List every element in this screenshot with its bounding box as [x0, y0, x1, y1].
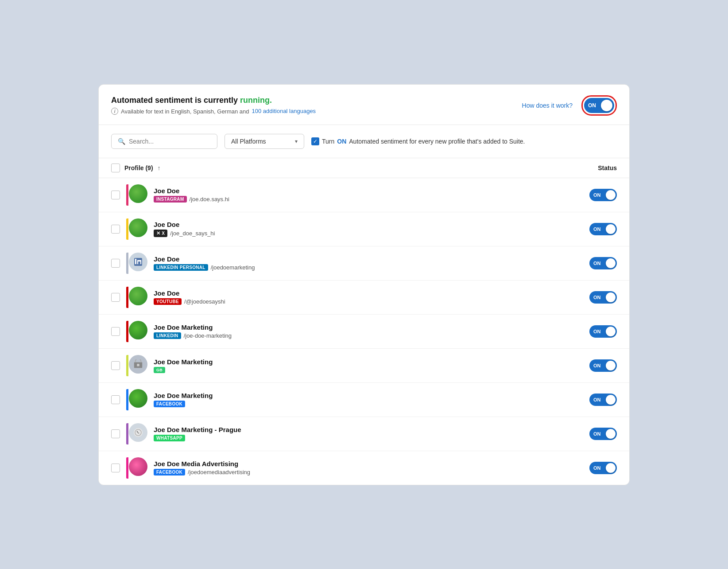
profile-list: Joe Doe INSTAGRAM /joe.doe.says.hi ON Jo…	[99, 178, 629, 485]
search-icon: 🔍	[118, 138, 125, 145]
platform-stripe	[126, 184, 128, 206]
row-toggle-knob	[606, 395, 616, 405]
profile-meta: GB	[154, 367, 583, 373]
row-toggle-label: ON	[593, 261, 601, 266]
main-toggle[interactable]: ON	[584, 98, 614, 113]
platform-badge: LINKEDIN	[154, 332, 181, 339]
platform-badge: ✕ X	[154, 230, 167, 237]
select-all-checkbox[interactable]	[111, 164, 120, 172]
profile-name: Joe Doe Marketing - Prague	[154, 426, 583, 433]
profile-name: Joe Doe Media Advertising	[154, 460, 583, 468]
row-toggle[interactable]: ON	[589, 189, 617, 201]
row-checkbox[interactable]	[111, 225, 120, 234]
auto-sentiment-prefix: Turn	[322, 138, 334, 145]
platform-stripe	[126, 321, 128, 342]
platform-stripe	[126, 287, 128, 308]
profile-handle: /joedoemediaadvertising	[188, 469, 250, 475]
profile-name: Joe Doe Marketing	[154, 392, 583, 399]
row-checkbox[interactable]	[111, 429, 120, 438]
toolbar: 🔍 All Platforms ▾ ✓ Turn ON Automated se…	[99, 125, 629, 158]
svg-rect-4	[140, 260, 141, 264]
row-toggle-label: ON	[593, 465, 601, 471]
profile-name: Joe Doe Marketing	[154, 358, 583, 366]
avatar	[129, 184, 147, 203]
row-toggle[interactable]: ON	[589, 462, 617, 474]
row-checkbox[interactable]	[111, 464, 120, 472]
svg-rect-5	[137, 261, 138, 264]
avatar	[129, 321, 147, 339]
auto-sentiment-suffix: Automated sentiment for every new profil…	[349, 138, 525, 145]
svg-rect-1	[135, 260, 136, 264]
profile-name: Joe Doe	[154, 289, 583, 297]
platform-badge: LINKEDIN PERSONAL	[154, 264, 208, 271]
platform-stripe	[126, 457, 128, 479]
platform-badge: WHATSAPP	[154, 435, 185, 441]
sort-arrow-icon[interactable]: ↑	[158, 164, 161, 171]
row-checkbox[interactable]	[111, 293, 120, 302]
auto-sentiment-row: ✓ Turn ON Automated sentiment for every …	[311, 137, 525, 145]
main-toggle-highlighted: ON	[581, 95, 617, 116]
auto-sentiment-checkbox[interactable]: ✓	[311, 137, 319, 145]
header-left: Automated sentiment is currently running…	[111, 96, 316, 115]
profile-name: Joe Doe	[154, 187, 583, 195]
avatar-wrapper	[126, 253, 147, 274]
profile-info: Joe Doe Marketing FACEBOOK /████████	[154, 392, 583, 407]
table-row: Joe Doe ✕ X /joe_doe_says_hi ON	[99, 212, 629, 246]
table-row: Joe Doe LINKEDIN PERSONAL /joedoemarketi…	[99, 246, 629, 281]
row-toggle[interactable]: ON	[589, 257, 617, 269]
avatar-wrapper	[126, 218, 147, 240]
additional-languages-link[interactable]: 100 additional languages	[252, 108, 316, 115]
auto-sentiment-on: ON	[337, 138, 346, 145]
avatar	[129, 457, 147, 476]
avatar-wrapper	[126, 287, 147, 308]
platform-stripe	[126, 389, 128, 410]
row-toggle[interactable]: ON	[589, 291, 617, 304]
profile-meta: YOUTUBE /@joedoesayshi	[154, 298, 583, 305]
avatar-wrapper	[126, 457, 147, 479]
row-toggle-knob	[606, 292, 616, 302]
profile-handle: /joedoemarketing	[211, 264, 255, 271]
row-checkbox[interactable]	[111, 395, 120, 404]
row-toggle[interactable]: ON	[589, 325, 617, 338]
row-toggle-label: ON	[593, 363, 601, 368]
profile-name: Joe Doe	[154, 255, 583, 263]
avatar-wrapper	[126, 184, 147, 206]
table-row: Joe Doe INSTAGRAM /joe.doe.says.hi ON	[99, 178, 629, 212]
profile-meta: FACEBOOK /████████	[154, 401, 583, 407]
row-toggle-knob	[606, 224, 616, 234]
row-toggle-knob	[606, 190, 616, 200]
search-input[interactable]	[129, 138, 211, 145]
avatar-wrapper	[126, 321, 147, 342]
row-checkbox[interactable]	[111, 259, 120, 268]
row-toggle[interactable]: ON	[589, 223, 617, 235]
row-toggle-knob	[606, 429, 616, 439]
platform-dropdown[interactable]: All Platforms ▾	[225, 134, 304, 149]
platform-stripe	[126, 423, 128, 444]
row-checkbox[interactable]	[111, 327, 120, 336]
platform-badge: YOUTUBE	[154, 298, 182, 305]
row-toggle[interactable]: ON	[589, 428, 617, 440]
platform-label: All Platforms	[231, 138, 266, 145]
main-toggle-label: ON	[588, 102, 596, 109]
platform-stripe	[126, 218, 128, 240]
row-checkbox[interactable]	[111, 361, 120, 370]
row-checkbox[interactable]	[111, 191, 120, 199]
profile-meta: LINKEDIN /joe-doe-marketing	[154, 332, 583, 339]
row-toggle-knob	[606, 258, 616, 268]
row-toggle[interactable]: ON	[589, 359, 617, 372]
how-does-it-work-link[interactable]: How does it work?	[522, 102, 573, 109]
platform-badge: GB	[154, 367, 165, 373]
title-prefix: Automated sentiment is currently	[111, 96, 240, 105]
profile-meta: WHATSAPP /████████	[154, 435, 583, 441]
search-box[interactable]: 🔍	[111, 134, 217, 149]
info-icon: i	[111, 108, 118, 115]
table-header-left: Profile (9) ↑	[111, 164, 161, 172]
row-toggle-label: ON	[593, 226, 601, 232]
table-row: Joe Doe Marketing FACEBOOK /████████ ON	[99, 383, 629, 417]
profile-column-header: Profile (9)	[124, 164, 153, 171]
avatar	[129, 218, 147, 237]
profile-name: Joe Doe	[154, 221, 583, 228]
row-toggle[interactable]: ON	[589, 394, 617, 406]
row-toggle-label: ON	[593, 192, 601, 198]
platform-badge: INSTAGRAM	[154, 196, 187, 203]
